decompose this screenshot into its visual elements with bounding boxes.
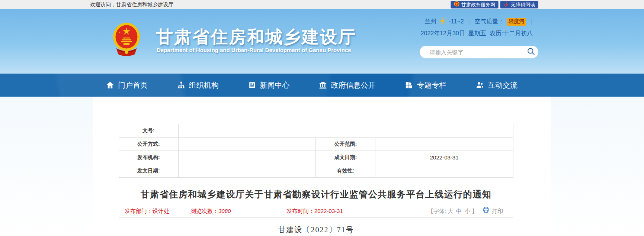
document-meta-table: 文号: 公开方式: 公开范围: 发布机构: 成文日期: 2022-03-31 发… [119, 124, 513, 178]
air-quality-badge: 轻度污 [507, 18, 526, 26]
font-control-prefix: 【字体: [428, 208, 446, 214]
written-date-value: 2022-03-31 [375, 151, 513, 164]
gov-building-icon [319, 81, 327, 89]
nav-label: 互动交流 [488, 80, 518, 90]
dept-value: 设计处 [153, 208, 169, 214]
views-label: 浏览次数： [190, 208, 218, 214]
site-subtitle: Department of Housing and Urban-Rural De… [157, 47, 351, 53]
time-label: 发布时间： [286, 208, 314, 214]
top-bar: 欢迎访问，甘肃省住房和城乡建设厅 甘肃政务服务网 无障碍阅读 [0, 0, 644, 9]
page: 欢迎访问，甘肃省住房和城乡建设厅 甘肃政务服务网 无障碍阅读 [0, 0, 644, 236]
divider [119, 217, 513, 218]
article-title: 甘肃省住房和城乡建设厅关于甘肃省勘察设计行业监管公共服务平台上线运行的通知 [119, 187, 513, 202]
nav-label: 组织机构 [189, 80, 219, 90]
weather-separator: ｜ [467, 18, 472, 25]
font-size-control: 【字体:大中小】 [428, 207, 477, 216]
nav-item-gov-info[interactable]: 政府信息公开 [319, 80, 375, 90]
search-icon [527, 47, 535, 57]
table-row: 发文日期: 有效性: [119, 164, 513, 178]
open-scope-label: 公开范围: [316, 138, 375, 151]
table-row: 文号: [119, 124, 513, 138]
views-value: 3080 [218, 208, 231, 214]
grid-icon [405, 81, 413, 89]
air-quality-label: 空气质量： [474, 18, 504, 26]
accessibility-button[interactable]: 无障碍阅读 [500, 1, 538, 9]
search-input[interactable] [420, 49, 523, 55]
home-icon [106, 81, 114, 89]
national-emblem-logo [112, 22, 141, 58]
print-label: 打印 [492, 207, 503, 216]
issue-date-label: 发文日期: [119, 164, 179, 178]
font-size-large[interactable]: 大 [448, 208, 453, 214]
gov-service-button[interactable]: 甘肃政务服务网 [451, 1, 499, 9]
search-box [420, 46, 538, 58]
wheelchair-icon [503, 1, 509, 9]
open-scope-value [375, 138, 513, 151]
nav-item-topics[interactable]: 专题专栏 [405, 80, 446, 90]
nav-label: 门户首页 [118, 80, 148, 90]
date-line: 2022年12月30日 星期五 农历:十二月初八 [421, 30, 533, 38]
site-title: 甘肃省住房和城乡建设厅 [156, 26, 356, 49]
issuing-agency-label: 发布机构: [119, 151, 179, 164]
font-control-suffix: 】 [472, 208, 477, 214]
validity-label: 有效性: [316, 164, 375, 178]
weather-temperature: -11~2 [449, 18, 464, 25]
time-value: 2022-03-31 [314, 208, 343, 214]
sitemap-icon [177, 81, 185, 89]
font-size-medium[interactable]: 中 [456, 208, 462, 214]
national-emblem-icon [454, 1, 459, 9]
nav-label: 政府信息公开 [331, 80, 375, 90]
nav-item-organization[interactable]: 组织机构 [177, 80, 219, 90]
main-nav: 门户首页 组织机构 新闻中心 政府信息公开 专题专栏 [0, 74, 644, 97]
print-button[interactable]: 打印 [483, 207, 503, 216]
doc-number-label: 文号: [119, 124, 179, 138]
accessibility-label: 无障碍阅读 [511, 1, 535, 8]
table-row: 公开方式: 公开范围: [119, 138, 513, 151]
issuing-agency-value [178, 151, 316, 164]
nav-label: 专题专栏 [417, 80, 446, 90]
nav-item-news[interactable]: 新闻中心 [248, 80, 290, 90]
written-date-label: 成文日期: [316, 151, 375, 164]
site-header: 甘肃省住房和城乡建设厅 Department of Housing and Ur… [0, 9, 644, 74]
font-size-small[interactable]: 小 [465, 208, 470, 214]
weather-line: 兰州 -11~2 ｜ 空气质量： 轻度污 ｜ [424, 17, 534, 26]
content-panel: 文号: 公开方式: 公开范围: 发布机构: 成文日期: 2022-03-31 发… [93, 97, 551, 236]
publish-department: 发布部门：设计处 [125, 207, 169, 216]
doc-number-value [178, 124, 513, 138]
welcome-text: 欢迎访问，甘肃省住房和城乡建设厅 [90, 0, 173, 9]
sun-icon [439, 17, 446, 26]
article-meta-row: 发布部门：设计处 浏览次数：3080 发布时间：2022-03-31 【字体:大… [93, 207, 551, 216]
view-count: 浏览次数：3080 [190, 207, 231, 216]
weather-trailing-separator: ｜ [529, 18, 534, 25]
nav-label: 新闻中心 [260, 80, 290, 90]
nav-item-home[interactable]: 门户首页 [106, 80, 148, 90]
gov-service-label: 甘肃政务服务网 [461, 1, 495, 8]
people-icon [476, 81, 484, 89]
weather-city: 兰州 [424, 18, 436, 26]
publish-time: 发布时间：2022-03-31 [286, 207, 343, 216]
validity-value [375, 164, 513, 178]
news-icon [248, 81, 256, 89]
issue-date-value [178, 164, 316, 178]
open-method-value [178, 138, 316, 151]
official-doc-number: 甘建设〔2022〕71号 [119, 225, 513, 235]
nav-item-interaction[interactable]: 互动交流 [476, 80, 518, 90]
table-row: 发布机构: 成文日期: 2022-03-31 [119, 151, 513, 164]
printer-icon [483, 206, 490, 216]
dept-label: 发布部门： [125, 208, 153, 214]
open-method-label: 公开方式: [119, 138, 179, 151]
search-button[interactable] [523, 46, 538, 58]
